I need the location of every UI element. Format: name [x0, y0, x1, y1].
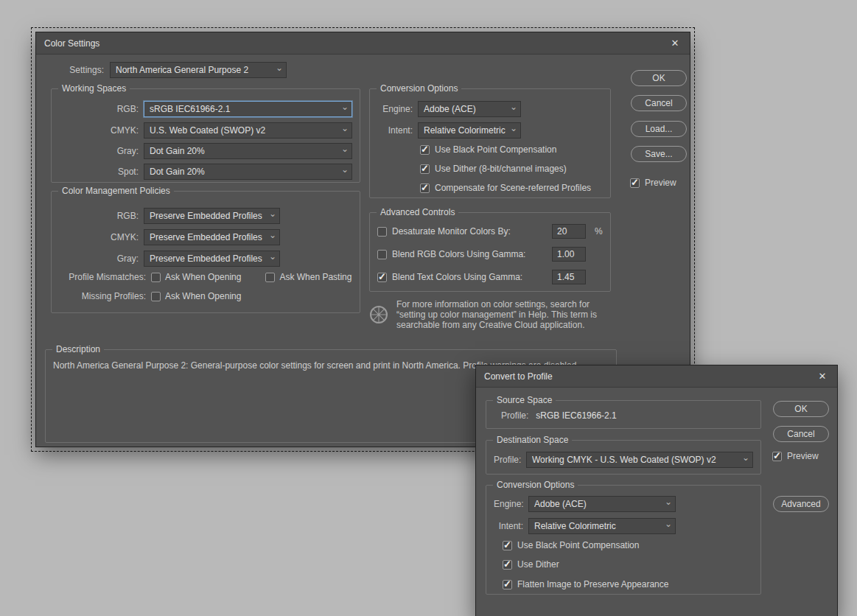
group-title: Color Management Policies — [58, 186, 174, 196]
chevron-down-icon — [269, 211, 276, 220]
policy-cmyk-label: CMYK: — [59, 232, 139, 242]
preview-checkbox[interactable] — [630, 178, 640, 188]
group-title: Conversion Options — [377, 83, 461, 94]
destination-profile-select[interactable]: Working CMYK - U.S. Web Coated (SWOP) v2 — [526, 452, 753, 468]
engine-select[interactable]: Adobe (ACE) — [418, 101, 521, 117]
engine-select[interactable]: Adobe (ACE) — [528, 496, 676, 512]
group-title: Description — [52, 344, 104, 354]
ask-when-pasting-checkbox[interactable] — [265, 273, 275, 282]
rgb-profile-select[interactable]: sRGB IEC61966-2.1 — [144, 101, 352, 117]
spot-profile-select[interactable]: Dot Gain 20% — [144, 164, 352, 180]
close-icon[interactable] — [816, 370, 829, 383]
title-bar[interactable]: Color Settings — [36, 32, 690, 55]
settings-row: Settings: North America General Purpose … — [57, 62, 287, 78]
use-dither-option[interactable]: Use Dither (8-bit/channel images) — [420, 163, 567, 175]
ask-when-opening-checkbox[interactable] — [151, 273, 161, 282]
ask-when-pasting-option[interactable]: Ask When Pasting — [265, 272, 351, 282]
cmyk-profile-select[interactable]: U.S. Web Coated (SWOP) v2 — [144, 122, 352, 139]
chevron-down-icon — [269, 254, 276, 263]
group-title: Source Space — [493, 395, 556, 405]
missing-ask-when-opening-option[interactable]: Ask When Opening — [151, 291, 241, 301]
policy-rgb-select[interactable]: Preserve Embedded Profiles — [144, 208, 280, 224]
blend-rgb-gamma-input[interactable]: 1.00 — [552, 247, 586, 262]
use-black-point-compensation-option[interactable]: Use Black Point Compensation — [420, 144, 556, 155]
percent-suffix: % — [591, 226, 603, 237]
settings-preset-select[interactable]: North America General Purpose 2 — [110, 62, 287, 78]
use-dither-checkbox[interactable] — [420, 164, 430, 174]
flatten-image-checkbox[interactable] — [503, 580, 512, 589]
help-note-text: For more information on color settings, … — [396, 299, 597, 330]
preview-checkbox[interactable] — [772, 452, 782, 461]
dialog-title: Convert to Profile — [484, 371, 553, 382]
conversion-options-group: Conversion Options Engine: Adobe (ACE) I… — [486, 485, 761, 595]
use-dither-option[interactable]: Use Dither — [503, 559, 559, 570]
preview-option[interactable]: Preview — [630, 177, 676, 189]
blend-rgb-gamma-checkbox[interactable] — [377, 250, 387, 259]
desaturate-checkbox[interactable] — [377, 227, 387, 237]
intent-select[interactable]: Relative Colorimetric — [528, 518, 676, 534]
help-globe-icon — [369, 305, 388, 330]
save-button[interactable]: Save... — [631, 146, 687, 162]
ok-button[interactable]: OK — [773, 401, 829, 417]
intent-row: Intent: Relative Colorimetric — [377, 122, 603, 139]
ask-when-opening-option[interactable]: Ask When Opening — [151, 272, 241, 282]
policy-gray-row: Gray: Preserve Embedded Profiles — [59, 251, 352, 267]
intent-label: Intent: — [494, 521, 523, 531]
cmyk-row: CMYK: U.S. Web Coated (SWOP) v2 — [59, 122, 352, 139]
compensate-scene-referred-checkbox[interactable] — [420, 183, 430, 193]
ok-button[interactable]: OK — [631, 70, 687, 86]
desaturate-value-input[interactable]: 20 — [552, 224, 586, 239]
policy-rgb-label: RGB: — [59, 211, 139, 221]
use-black-point-compensation-option[interactable]: Use Black Point Compensation — [503, 539, 639, 551]
cmyk-label: CMYK: — [59, 125, 139, 136]
chevron-down-icon — [510, 126, 517, 135]
intent-select[interactable]: Relative Colorimetric — [418, 122, 521, 139]
flatten-image-option[interactable]: Flatten Image to Preserve Appearance — [503, 578, 668, 590]
policy-gray-select[interactable]: Preserve Embedded Profiles — [144, 251, 280, 267]
gray-row: Gray: Dot Gain 20% — [59, 143, 352, 159]
use-black-point-compensation-checkbox[interactable] — [420, 145, 430, 155]
use-black-point-compensation-checkbox[interactable] — [503, 541, 512, 550]
missing-ask-when-opening-checkbox[interactable] — [151, 292, 161, 301]
cancel-button[interactable]: Cancel — [631, 95, 687, 111]
compensate-scene-referred-option[interactable]: Compensate for Scene-referred Profiles — [420, 182, 591, 194]
group-title: Conversion Options — [493, 480, 578, 490]
settings-label: Settings: — [57, 65, 104, 75]
engine-label: Engine: — [494, 499, 523, 509]
cancel-button[interactable]: Cancel — [773, 426, 829, 442]
blend-text-gamma-input[interactable]: 1.45 — [552, 270, 586, 284]
chevron-down-icon — [510, 105, 517, 113]
preview-option[interactable]: Preview — [772, 450, 819, 462]
engine-label: Engine: — [377, 104, 413, 114]
chevron-down-icon — [665, 522, 672, 531]
blend-rgb-gamma-row: Blend RGB Colors Using Gamma: 1.00 — [377, 246, 603, 262]
blend-text-gamma-checkbox[interactable] — [377, 273, 387, 282]
chevron-down-icon — [742, 455, 749, 464]
chevron-down-icon — [341, 105, 349, 113]
profile-mismatches-row: Profile Mismatches: Ask When Opening Ask… — [59, 271, 352, 283]
rgb-row: RGB: sRGB IEC61966-2.1 — [59, 101, 352, 117]
load-button[interactable]: Load... — [631, 121, 687, 137]
policy-rgb-row: RGB: Preserve Embedded Profiles — [59, 208, 352, 224]
intent-row: Intent: Relative Colorimetric — [494, 518, 753, 534]
gray-profile-select[interactable]: Dot Gain 20% — [144, 143, 352, 159]
policy-cmyk-select[interactable]: Preserve Embedded Profiles — [144, 229, 280, 245]
missing-profiles-row: Missing Profiles: Ask When Opening — [59, 290, 352, 302]
chevron-down-icon — [341, 126, 349, 135]
engine-row: Engine: Adobe (ACE) — [494, 496, 753, 512]
advanced-controls-group: Advanced Controls Desaturate Monitor Col… — [369, 212, 611, 292]
chevron-down-icon — [276, 66, 283, 74]
use-dither-checkbox[interactable] — [503, 560, 512, 570]
policy-gray-label: Gray: — [59, 253, 139, 264]
working-spaces-group: Working Spaces RGB: sRGB IEC61966-2.1 CM… — [51, 88, 360, 183]
group-title: Working Spaces — [58, 83, 130, 94]
convert-to-profile-dialog: Convert to Profile Source Space Profile:… — [475, 365, 838, 616]
spot-label: Spot: — [59, 167, 139, 177]
desaturate-row: Desaturate Monitor Colors By: 20 % — [377, 223, 603, 239]
profile-mismatches-label: Profile Mismatches: — [59, 272, 146, 282]
close-icon[interactable] — [668, 37, 682, 50]
source-profile-value: sRGB IEC61966-2.1 — [536, 410, 616, 421]
title-bar[interactable]: Convert to Profile — [476, 365, 837, 388]
source-space-group: Source Space Profile: sRGB IEC61966-2.1 — [486, 400, 761, 429]
advanced-button[interactable]: Advanced — [773, 496, 829, 512]
